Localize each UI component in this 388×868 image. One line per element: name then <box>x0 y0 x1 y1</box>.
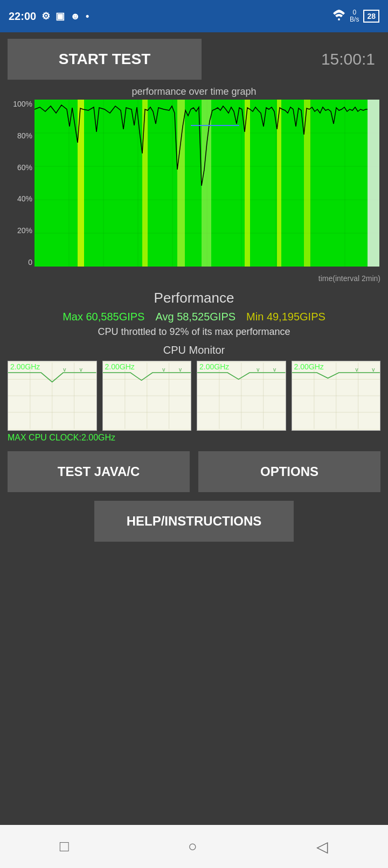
svg-text:v: v <box>372 367 375 373</box>
svg-text:v: v <box>355 367 358 373</box>
time-display: 22:00 <box>9 10 36 23</box>
nav-back-icon[interactable]: ◁ <box>316 838 328 856</box>
core-1-grid: v v <box>103 361 191 430</box>
y-label-20: 20% <box>17 226 32 235</box>
y-label-80: 80% <box>17 131 32 140</box>
y-label-40: 40% <box>17 194 32 203</box>
cpu-monitor-section: CPU Monitor 2.00GHz v v <box>8 344 380 443</box>
nav-square-icon[interactable]: □ <box>60 838 69 855</box>
cpu-core-3: 2.00GHz v v <box>292 361 381 431</box>
core-2-freq: 2.00GHz <box>199 362 229 371</box>
perf-stats: Max 60,585GIPS Avg 58,525GIPS Min 49,195… <box>8 311 380 323</box>
cpu-core-2: 2.00GHz v v <box>197 361 286 431</box>
cpu-monitor-title: CPU Monitor <box>8 344 380 356</box>
main-content: START TEST 15:00:1 performance over time… <box>0 32 388 557</box>
svg-rect-18 <box>202 100 211 267</box>
graph-svg <box>34 100 379 267</box>
core-1-freq: 2.00GHz <box>105 362 135 371</box>
wifi-icon <box>332 10 345 23</box>
throttle-text: CPU throttled to 92% of its max performa… <box>8 326 380 338</box>
nav-bar: □ ○ ◁ <box>0 825 388 868</box>
graph-wrapper: 100% 80% 60% 40% 20% 0 <box>8 100 380 283</box>
stat-min: Min 49,195GIPS <box>246 311 325 323</box>
status-right: 0B/s 28 <box>332 9 379 23</box>
start-test-button[interactable]: START TEST <box>8 39 202 80</box>
cpu-cores: 2.00GHz v v 2.00GHz <box>8 361 380 431</box>
status-bar: 22:00 ⚙ ▣ ☻ • 0B/s 28 <box>0 0 388 32</box>
performance-graph-container: performance over time graph 100% 80% 60%… <box>8 86 380 285</box>
y-label-0: 0 <box>28 258 32 267</box>
help-button-row: HELP/INSTRUCTIONS <box>8 501 380 542</box>
speed-display: 0B/s <box>350 9 359 23</box>
action-buttons-row: TEST JAVA/C OPTIONS <box>8 451 380 492</box>
cpu-core-0: 2.00GHz v v <box>8 361 97 431</box>
ghost-icon: ☻ <box>70 11 80 22</box>
max-clock-text: MAX CPU CLOCK:2.00GHz <box>8 433 380 443</box>
dot-icon: • <box>86 11 89 22</box>
cpu-core-1: 2.00GHz v v <box>102 361 192 431</box>
svg-rect-17 <box>177 100 185 267</box>
core-0-grid: v v <box>8 361 96 430</box>
core-0-freq: 2.00GHz <box>10 362 40 371</box>
core-3-grid: v v <box>292 361 380 430</box>
status-left: 22:00 ⚙ ▣ ☻ • <box>9 10 89 23</box>
svg-text:v: v <box>273 367 276 373</box>
svg-text:v: v <box>257 367 260 373</box>
y-label-100: 100% <box>13 100 32 108</box>
stat-max: Max 60,585GIPS <box>63 311 144 323</box>
y-axis: 100% 80% 60% 40% 20% 0 <box>8 100 34 267</box>
svg-rect-22 <box>368 100 379 267</box>
svg-text:v: v <box>80 367 83 373</box>
core-3-freq: 2.00GHz <box>294 362 324 371</box>
performance-title: Performance <box>8 290 380 306</box>
gear-icon: ⚙ <box>41 10 50 22</box>
performance-section: Performance Max 60,585GIPS Avg 58,525GIP… <box>8 290 380 338</box>
time-label: time(interval 2min) <box>318 274 380 283</box>
core-2-grid: v v <box>197 361 286 430</box>
svg-rect-16 <box>142 100 148 267</box>
svg-point-0 <box>338 18 340 20</box>
help-instructions-button[interactable]: HELP/INSTRUCTIONS <box>94 501 294 542</box>
graph-area <box>34 100 379 267</box>
svg-text:v: v <box>63 367 66 373</box>
battery-icon: 28 <box>363 10 379 23</box>
sim-icon: ▣ <box>56 10 65 22</box>
timer-display: 15:00:1 <box>202 50 380 68</box>
svg-text:v: v <box>162 367 165 373</box>
graph-title: performance over time graph <box>8 86 380 97</box>
y-label-60: 60% <box>17 163 32 172</box>
options-button[interactable]: OPTIONS <box>198 451 380 492</box>
stat-avg: Avg 58,525GIPS <box>155 311 235 323</box>
nav-circle-icon[interactable]: ○ <box>188 838 197 855</box>
svg-text:v: v <box>179 367 182 373</box>
svg-rect-15 <box>78 100 84 267</box>
top-row: START TEST 15:00:1 <box>8 39 380 80</box>
test-java-c-button[interactable]: TEST JAVA/C <box>8 451 190 492</box>
